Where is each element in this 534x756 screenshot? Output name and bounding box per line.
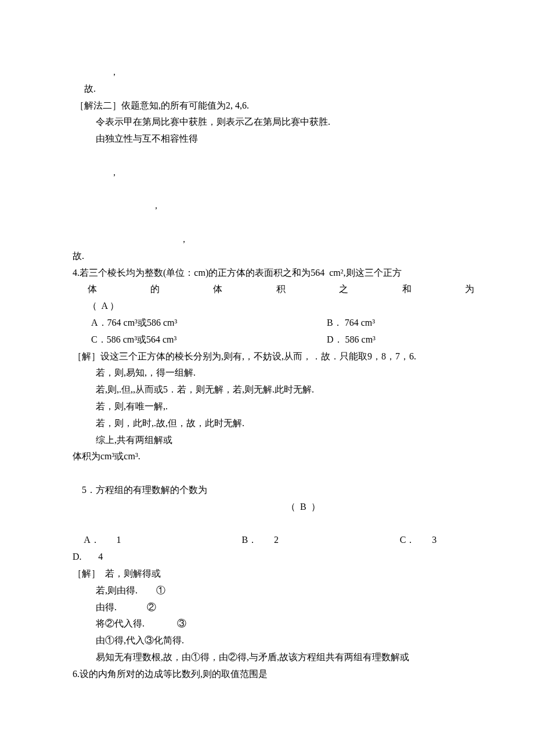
q4-line1: 4.若三个棱长均为整数(单位：cm)的正方体的表面积之和为564 cm²,则这三… <box>73 265 479 282</box>
q5-opts: A． 1 B． 2 C． 3 <box>73 532 479 549</box>
s5-l4: 将②代入得. ③ <box>73 615 479 632</box>
s4-l5: 若，则，此时,.故,但，故，此时无解. <box>73 415 479 432</box>
doc-page: ， 故. ［解法二］依题意知,的所有可能值为2, 4,6. 令表示甲在第局比赛中… <box>0 0 534 717</box>
q4-c6: 和 <box>402 281 416 298</box>
s4-l6: 综上,共有两组解或 <box>73 432 479 449</box>
q5-a-lbl: A． <box>84 532 100 549</box>
comma-3: ， <box>73 197 479 214</box>
q5-b-val: 2 <box>274 532 279 549</box>
s4-l2: 若，则,易知,，得一组解. <box>73 365 479 381</box>
q5-opt-d: D. 4 <box>73 549 479 566</box>
q4-c4: 积 <box>276 281 290 298</box>
q4-c3: 体 <box>213 281 227 298</box>
q5-a-val: 1 <box>117 532 121 549</box>
q4-opts-row2: C．586 cm³或564 cm³ D． 586 cm³ <box>73 332 479 348</box>
line-ling: 令表示甲在第局比赛中获胜，则表示乙在第局比赛中获胜. <box>73 114 479 131</box>
q4-opt-b: B． 764 cm³ <box>327 315 479 332</box>
q5-opt-a: A． 1 <box>84 532 241 549</box>
q5-opt-c: C． 3 <box>400 532 479 549</box>
q4-c5: 之 <box>339 281 353 298</box>
line-dulixing: 由独立性与互不相容性得 <box>73 131 479 147</box>
q4-c7: 为 <box>465 281 479 298</box>
comma-4: ， <box>73 231 479 248</box>
s4-l3: 若,则,.但,,从而或5．若，则无解，若,则无解.此时无解. <box>73 381 479 398</box>
line-gu2: 故. <box>73 248 479 265</box>
s4-l1: ［解］设这三个正方体的棱长分别为,则有,，不妨设,从而，．故．只能取9，8，7，… <box>73 348 479 365</box>
q5-text: 5．方程组的有理数解的个数为 <box>82 485 207 495</box>
q5-c-lbl: C． <box>400 532 416 549</box>
q4-line2: 体 的 体 积 之 和 为 <box>73 281 479 298</box>
blank-gap2 <box>73 181 479 198</box>
q5-c-val: 3 <box>432 532 436 549</box>
q4-c2: 的 <box>150 281 164 298</box>
s5-l1: ［解］ 若，则解得或 <box>73 566 479 582</box>
q5-ans: （ B ） <box>286 502 320 512</box>
q5-line1: 5．方程组的有理数解的个数为 （ B ） <box>73 465 479 532</box>
blank-gap3 <box>73 214 479 231</box>
q5-d-val: 4 <box>98 549 103 566</box>
s5-l2: 若,则由得. ① <box>73 582 479 599</box>
comma-1: ， <box>73 64 479 81</box>
s5-l6: 易知无有理数根,故，由①得，由②得,与矛盾,故该方程组共有两组有理数解或 <box>73 649 479 666</box>
s4-l4: 若，则,有唯一解,. <box>73 398 479 415</box>
q5-b-lbl: B． <box>242 532 258 549</box>
line-method2: ［解法二］依题意知,的所有可能值为2, 4,6. <box>73 98 479 114</box>
q4-opts-row1: A．764 cm³或586 cm³ B． 764 cm³ <box>73 315 479 332</box>
line-gu1: 故. <box>73 81 479 98</box>
s4-l7: 体积为cm³或cm³. <box>73 448 479 465</box>
comma-2: ， <box>73 164 479 181</box>
q4-opt-c: C．586 cm³或564 cm³ <box>73 332 327 348</box>
q4-line3: （ A ） <box>73 298 479 315</box>
s5-l5: 由①得,代入③化简得. <box>73 632 479 649</box>
q4-opt-d: D． 586 cm³ <box>327 332 479 348</box>
blank-gap1 <box>73 147 479 164</box>
q6: 6.设的内角所对的边成等比数列,则的取值范围是 <box>73 666 479 683</box>
q4-opt-a: A．764 cm³或586 cm³ <box>73 315 327 332</box>
q4-c1: 体 <box>88 281 102 298</box>
q5-opt-b: B． 2 <box>242 532 400 549</box>
s5-l3: 由得. ② <box>73 599 479 616</box>
q5-d-lbl: D. <box>73 549 82 566</box>
